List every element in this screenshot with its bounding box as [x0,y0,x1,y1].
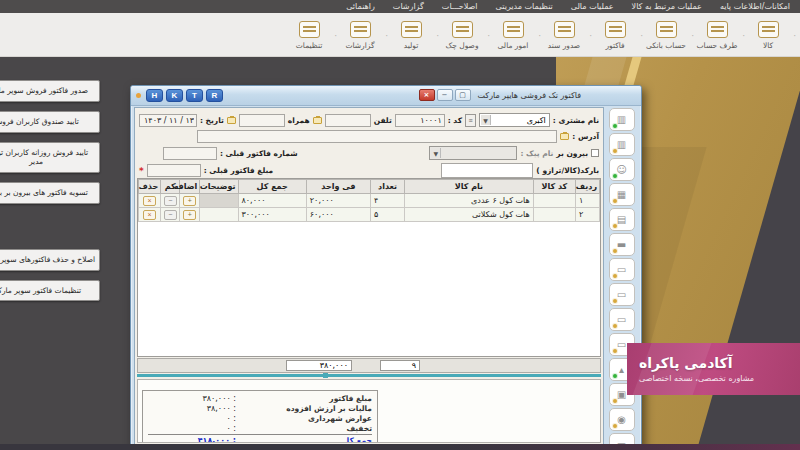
prev-invoice-no-field[interactable] [163,147,217,160]
date-field[interactable] [139,114,197,127]
invoice-summary-box: مبلغ فاکتور ۳۸۰,۰۰۰ : مالیات بر ارزش افز… [142,390,378,443]
row-delete-button[interactable]: × [143,196,156,206]
menu-item[interactable]: عملیات مالی [571,2,614,11]
sidebar-action-button[interactable]: اصلاح و حذف فاکتورهای سوپر مارکت [0,249,100,271]
hotkey-button[interactable]: R [206,89,223,102]
toolbar-button[interactable]: تولید [389,21,433,50]
chevron-down-icon[interactable]: ▼ [431,148,441,158]
toolbar-button[interactable]: گزارشات [338,21,382,50]
row-minus-button[interactable]: − [164,210,177,220]
side-tool-button[interactable]: ▭ [609,258,635,281]
cell-note[interactable] [200,194,238,208]
table-header-cell[interactable]: جمع کل [238,180,306,194]
sidebar-action-button[interactable]: تایید فروش روزانه کاربران توسط مدیر [0,142,100,174]
summary-row: مبلغ فاکتور ۳۸۰,۰۰۰ : [148,393,372,403]
side-tool-button[interactable]: ▦ [609,183,635,206]
mobile-field[interactable] [239,114,285,127]
menu-item[interactable]: امکانات/اطلاعات پایه [720,2,790,11]
barcode-field[interactable] [441,163,533,178]
menu-item[interactable]: اصلاحـــات [442,2,478,11]
code-field[interactable] [395,114,445,127]
toolbar-label: فاکتور [605,41,624,50]
summary-label: مبلغ فاکتور [236,394,372,403]
toolbar-button[interactable]: فاکتور [593,21,637,50]
table-header-cell[interactable]: تعداد [371,180,405,194]
cell-item-code[interactable] [533,194,575,208]
toolbar-button[interactable]: تنظیمات [287,21,331,50]
side-tool-button[interactable]: ☺ [609,158,635,181]
cell-row-number: ۲ [575,208,599,222]
cell-item-code[interactable] [533,208,575,222]
cell-item-name[interactable]: هات کول ۶ عددی [405,194,534,208]
cell-qty[interactable]: ۴ [371,194,405,208]
customer-list-button[interactable]: ≡ [465,114,476,127]
minimize-icon[interactable]: − [437,89,453,101]
hotkey-button[interactable]: T [186,89,203,102]
cell-item-name[interactable]: هات کول شکلاتی [405,208,534,222]
total-amount-box: ۳۸۰,۰۰۰ [286,360,352,371]
row-minus-button[interactable]: − [164,196,177,206]
badge-dot [612,348,618,354]
courier-combo[interactable]: ▼ [429,146,517,160]
toolbar-label: وصول چک [445,41,478,50]
table-header-cell[interactable]: فی واحد [306,180,370,194]
prev-invoice-amount-field[interactable] [147,164,201,177]
toolbar-button[interactable]: کالا [746,21,790,50]
side-tool-button[interactable]: ▬ [609,233,635,256]
row-add-button[interactable]: + [183,210,196,220]
side-tool-button[interactable]: ▥ [609,133,635,156]
folder-icon[interactable] [227,117,236,124]
side-tool-button[interactable]: ◉ [609,408,635,431]
toolbar-button[interactable]: حساب بانکی [644,21,688,50]
toolbar-button[interactable]: صدور سند [542,21,586,50]
side-tool-button[interactable]: ▥ [609,108,635,131]
chevron-down-icon[interactable]: ▼ [481,115,491,125]
folder-icon[interactable] [560,133,569,140]
cell-note[interactable] [200,208,238,222]
side-tool-button[interactable]: ▭ [609,283,635,306]
table-header-cell[interactable]: کد کالا [533,180,575,194]
cell-qty[interactable]: ۵ [371,208,405,222]
cell-unit-price[interactable]: ۶۰,۰۰۰ [306,208,370,222]
menu-item[interactable]: عملیات مرتبط به کالا [632,2,702,11]
toolbar-icon [503,21,524,38]
menu-item[interactable]: راهنمائی [346,2,375,11]
menu-item[interactable]: تنظیمات مدیریتی [496,2,553,11]
table-header-cell[interactable]: توضیحات [200,180,238,194]
sidebar-action-button[interactable]: صدور فاکتور فروش سوپر مارکت [0,80,100,102]
banner-subtitle: مشاوره تخصصی، نسخه اختصاصی [639,374,754,383]
invoice-window: HKTR × − ▢ فاکتور تک فروشی هایپر مارکت ن… [130,85,642,450]
hotkey-buttons: HKTR [136,89,223,102]
phone-field[interactable] [325,114,371,127]
table-row[interactable]: ۱ هات کول ۶ عددی ۴ ۲۰,۰۰۰ ۸۰,۰۰۰ + − × [139,194,600,208]
table-header-cell[interactable]: نام کالا [405,180,534,194]
sidebar-action-button[interactable]: تسویه فاکتور های بیرون بر با پیک [0,182,100,204]
hotkey-button[interactable]: K [166,89,183,102]
table-header-cell[interactable]: اضافه [180,180,200,194]
table-row[interactable]: ۲ هات کول شکلاتی ۵ ۶۰,۰۰۰ ۳۰۰,۰۰۰ + − × [139,208,600,222]
row-add-button[interactable]: + [183,196,196,206]
address-field[interactable] [197,130,557,143]
side-tool-button[interactable]: ▭ [609,308,635,331]
toolbar-icon [554,21,575,38]
hotkey-button[interactable]: H [146,89,163,102]
maximize-icon[interactable]: ▢ [455,89,471,101]
side-tool-button[interactable]: ▤ [609,208,635,231]
cell-unit-price[interactable]: ۲۰,۰۰۰ [306,194,370,208]
table-header-cell[interactable]: ردیف [575,180,599,194]
window-titlebar[interactable]: HKTR × − ▢ فاکتور تک فروشی هایپر مارکت [131,86,641,106]
menu-item[interactable]: گزارشات [393,2,424,11]
customer-combo[interactable]: ▼ اکبری [479,113,550,127]
toolbar-button[interactable]: طرف حساب [695,21,739,50]
sidebar-action-button[interactable]: تایید صندوق کاربران فروش [0,111,100,133]
row-delete-button[interactable]: × [143,210,156,220]
toolbar-icon [707,21,728,38]
close-icon[interactable]: × [419,89,435,101]
folder-icon[interactable] [313,117,322,124]
table-header-cell[interactable]: حذف [139,180,161,194]
sidebar-action-button[interactable]: تنظیمات فاکتور سوپر مارکت [0,280,100,302]
takeout-checkbox[interactable] [591,149,599,157]
toolbar-button[interactable]: وصول چک [440,21,484,50]
toolbar-button[interactable]: امور مالی [491,21,535,50]
horizontal-scrollbar[interactable] [137,374,601,377]
